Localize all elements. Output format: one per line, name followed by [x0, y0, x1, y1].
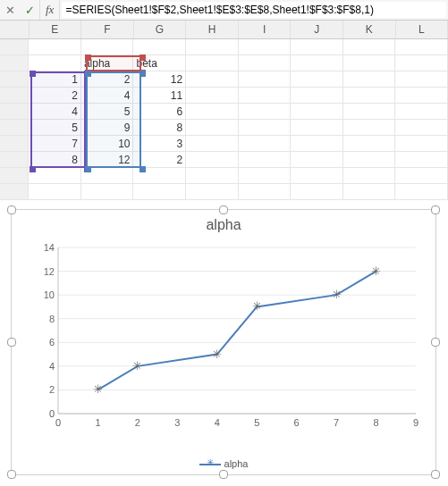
cell[interactable]: [343, 55, 396, 71]
cell[interactable]: [186, 152, 239, 168]
cell[interactable]: 2: [81, 71, 134, 88]
col-header[interactable]: H: [186, 21, 239, 38]
cell[interactable]: 10: [81, 136, 134, 152]
cell[interactable]: [395, 184, 448, 200]
cell[interactable]: [343, 71, 396, 88]
row-header[interactable]: [0, 136, 29, 152]
col-header[interactable]: I: [239, 21, 292, 38]
row-header[interactable]: [0, 168, 29, 184]
cell[interactable]: [29, 168, 81, 184]
row-header[interactable]: [0, 71, 29, 88]
cell[interactable]: [343, 152, 396, 168]
cell[interactable]: [81, 168, 134, 184]
spreadsheet-grid[interactable]: alphabeta1212241145659871038122: [0, 39, 448, 200]
cell[interactable]: [133, 39, 186, 55]
cell[interactable]: 7: [29, 136, 81, 152]
chart-object[interactable]: alpha 024681012140123456789✳✳✳✳✳✳ alpha: [11, 209, 436, 475]
row-header[interactable]: [0, 104, 29, 120]
cell[interactable]: [343, 184, 396, 200]
cell[interactable]: [29, 184, 81, 200]
cell[interactable]: [343, 104, 396, 120]
cell[interactable]: 12: [81, 152, 134, 168]
cell[interactable]: [239, 88, 292, 104]
cell[interactable]: [291, 120, 343, 136]
row-header[interactable]: [0, 152, 29, 168]
fx-label[interactable]: fx: [39, 0, 60, 20]
cell[interactable]: [395, 136, 448, 152]
cell[interactable]: [186, 55, 239, 71]
cell[interactable]: [395, 120, 448, 136]
cell[interactable]: [291, 39, 343, 55]
cancel-icon[interactable]: ✕: [0, 0, 20, 20]
cell[interactable]: [186, 71, 239, 88]
resize-handle[interactable]: [431, 205, 440, 214]
cell[interactable]: [291, 136, 343, 152]
cell[interactable]: 3: [133, 136, 186, 152]
cell[interactable]: beta: [133, 55, 186, 71]
corner-cell[interactable]: [0, 21, 30, 38]
col-header[interactable]: L: [396, 21, 449, 38]
cell[interactable]: [395, 104, 448, 120]
cell[interactable]: alpha: [81, 55, 134, 71]
cell[interactable]: [291, 168, 343, 184]
cell[interactable]: [133, 168, 186, 184]
cell[interactable]: 2: [29, 88, 81, 104]
row-header[interactable]: [0, 88, 29, 104]
cell[interactable]: [395, 152, 448, 168]
cell[interactable]: [343, 120, 396, 136]
resize-handle[interactable]: [431, 338, 440, 347]
cell[interactable]: [81, 184, 134, 200]
cell[interactable]: [29, 39, 81, 55]
cell[interactable]: [81, 39, 134, 55]
cell[interactable]: [239, 152, 292, 168]
resize-handle[interactable]: [219, 205, 228, 214]
cell[interactable]: 4: [29, 104, 81, 120]
cell[interactable]: 2: [133, 152, 186, 168]
cell[interactable]: [291, 71, 343, 88]
plot-area[interactable]: 024681012140123456789✳✳✳✳✳✳: [42, 242, 421, 433]
col-header[interactable]: F: [81, 21, 134, 38]
cell[interactable]: [395, 39, 448, 55]
formula-input[interactable]: [62, 2, 446, 18]
cell[interactable]: [186, 168, 239, 184]
cell[interactable]: [239, 71, 292, 88]
cell[interactable]: 1: [29, 71, 81, 88]
col-header[interactable]: G: [134, 21, 187, 38]
cell[interactable]: [239, 184, 292, 200]
resize-handle[interactable]: [431, 470, 440, 479]
cell[interactable]: 9: [81, 120, 134, 136]
cell[interactable]: 8: [133, 120, 186, 136]
cell[interactable]: [291, 152, 343, 168]
resize-handle[interactable]: [219, 470, 228, 479]
cell[interactable]: [343, 39, 396, 55]
enter-icon[interactable]: ✓: [20, 0, 39, 20]
cell[interactable]: [395, 55, 448, 71]
cell[interactable]: [291, 104, 343, 120]
row-header[interactable]: [0, 120, 29, 136]
cell[interactable]: [343, 168, 396, 184]
cell[interactable]: [186, 184, 239, 200]
cell[interactable]: [186, 120, 239, 136]
cell[interactable]: [291, 184, 343, 200]
cell[interactable]: [395, 71, 448, 88]
cell[interactable]: [239, 39, 292, 55]
col-header[interactable]: K: [343, 21, 396, 38]
col-header[interactable]: J: [291, 21, 343, 38]
cell[interactable]: [186, 39, 239, 55]
cell[interactable]: [291, 55, 343, 71]
cell[interactable]: [291, 88, 343, 104]
cell[interactable]: [239, 104, 292, 120]
cell[interactable]: 6: [133, 104, 186, 120]
cell[interactable]: [186, 88, 239, 104]
cell[interactable]: [343, 88, 396, 104]
cell[interactable]: [239, 136, 292, 152]
cell[interactable]: 8: [29, 152, 81, 168]
resize-handle[interactable]: [7, 470, 16, 479]
cell[interactable]: [186, 104, 239, 120]
cell[interactable]: 5: [29, 120, 81, 136]
cell[interactable]: [239, 168, 292, 184]
cell[interactable]: [239, 120, 292, 136]
cell[interactable]: 11: [133, 88, 186, 104]
cell[interactable]: [133, 184, 186, 200]
cell[interactable]: 5: [81, 104, 134, 120]
